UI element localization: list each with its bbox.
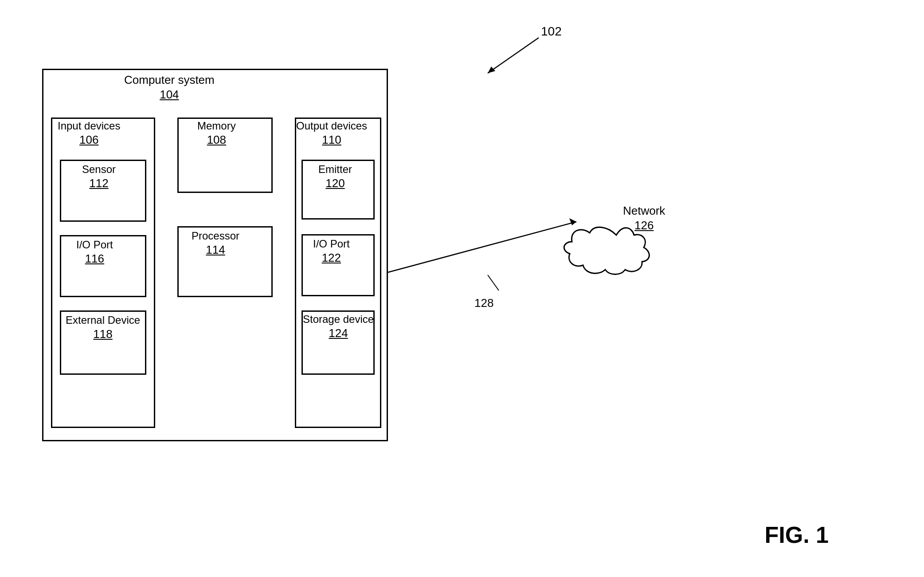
io-port-output-label: I/O Port 122 xyxy=(313,238,350,265)
diagram: 102 Computer system 104 Input devices 10… xyxy=(0,0,924,577)
svg-line-6 xyxy=(488,275,499,290)
storage-device-label: Storage device 124 xyxy=(303,313,374,340)
sensor-label: Sensor 112 xyxy=(82,163,116,190)
svg-marker-1 xyxy=(488,67,495,73)
input-devices-label: Input devices 106 xyxy=(58,120,120,147)
network-label: Network 126 xyxy=(623,204,665,232)
svg-marker-5 xyxy=(569,218,576,225)
computer-system-label: Computer system 104 xyxy=(124,73,215,102)
ref-102-label: 102 xyxy=(541,24,562,39)
io-port-input-label: I/O Port 116 xyxy=(76,239,113,266)
ref-128-label: 128 xyxy=(474,296,493,310)
memory-label: Memory 108 xyxy=(197,120,236,147)
svg-line-0 xyxy=(488,38,539,73)
external-device-label: External Device 118 xyxy=(66,314,140,341)
network-cloud-shape xyxy=(564,227,649,274)
fig-label: FIG. 1 xyxy=(765,522,829,548)
emitter-label: Emitter 120 xyxy=(318,163,352,190)
svg-line-4 xyxy=(381,222,576,274)
processor-label: Processor 114 xyxy=(192,230,239,257)
output-devices-label: Output devices 110 xyxy=(296,120,367,147)
